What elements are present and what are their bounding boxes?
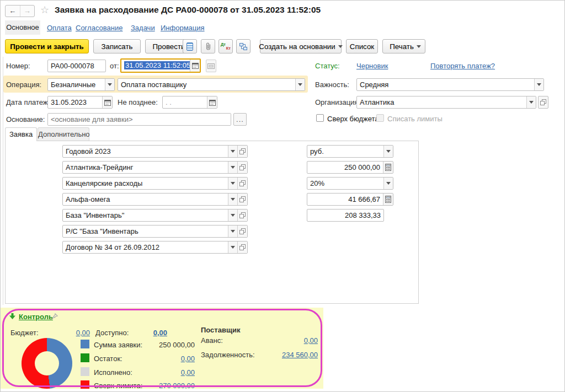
open-input-form-button[interactable] (206, 60, 216, 72)
currency-select[interactable]: руб. (307, 145, 393, 158)
over-budget-label: Сверх бюджета (327, 115, 379, 123)
dropdown-button[interactable] (228, 178, 237, 189)
calendar-button[interactable] (190, 60, 200, 72)
debt-value-link[interactable]: 234 560,00 (254, 351, 318, 359)
status-link[interactable]: Черновик (356, 62, 388, 70)
open-ref-button[interactable] (237, 162, 247, 173)
open-ref-button[interactable] (237, 194, 247, 205)
calculator-button[interactable] (383, 162, 393, 173)
accounting-entries-button[interactable]: Дт Кт (218, 39, 233, 53)
amount-without-vat-field[interactable]: 208 333,33 (307, 209, 384, 222)
dropdown-button[interactable] (383, 178, 393, 189)
scenario-select[interactable]: Годовой 2023 (62, 145, 248, 158)
open-ref-button[interactable] (237, 210, 247, 221)
dropdown-button[interactable] (383, 146, 393, 157)
project-select[interactable]: Альфа-омега (62, 193, 248, 206)
number-field[interactable]: РА00-000078 (47, 60, 106, 72)
repeat-payment-link[interactable]: Повторять платеж? (430, 62, 495, 70)
budget-value-link[interactable]: 0,00 (67, 329, 90, 337)
dropdown-button[interactable] (228, 194, 237, 205)
tab-additional[interactable]: Дополнительно (38, 127, 89, 141)
dropdown-button[interactable] (295, 79, 305, 90)
dropdown-button[interactable] (526, 96, 536, 108)
contract-select[interactable]: Договор № 34 от 26.09.2012 (62, 241, 248, 254)
reason-more-button[interactable]: ... (233, 113, 247, 126)
organization-select[interactable]: Атлантика (356, 96, 536, 109)
nav-item-payment[interactable]: Оплата (47, 24, 72, 32)
dropdown-button[interactable] (534, 79, 543, 90)
register-records-button[interactable] (183, 39, 197, 53)
open-link-icon (239, 228, 246, 234)
importance-select[interactable]: Средняя (356, 78, 544, 91)
dropdown-button[interactable] (105, 79, 114, 90)
open-ref-button[interactable] (237, 225, 247, 237)
document-structure-button[interactable] (236, 39, 250, 53)
date-field[interactable]: 31.05.2023 11:52:05 (120, 58, 201, 73)
list-button[interactable]: Список (346, 39, 378, 53)
open-ref-button[interactable] (237, 178, 247, 189)
dropdown-button[interactable] (228, 225, 237, 237)
control-link[interactable]: Контроль (19, 313, 53, 321)
legend-swatch-request-amount (81, 340, 89, 348)
cfo-select[interactable]: Атлантика-Трейдинг (62, 161, 248, 174)
open-link-icon (540, 99, 546, 105)
vat-rate-select[interactable]: 20% (307, 177, 393, 190)
turnover-item-select[interactable]: Канцелярские расходы (62, 177, 248, 190)
donut-hole (35, 351, 59, 375)
attachments-button[interactable] (201, 39, 215, 53)
chevron-down-icon (231, 214, 235, 217)
operation-type-select[interactable]: Безналичные (47, 78, 115, 91)
not-later-field[interactable]: . . (162, 96, 217, 109)
chevron-down-icon (537, 83, 541, 86)
legend-value-request-amount: 250 000,00 (127, 341, 195, 349)
write-off-limits-checkbox[interactable] (376, 114, 384, 122)
available-value-link[interactable]: 0,00 (138, 329, 167, 337)
nav-item-info[interactable]: Информация (161, 24, 205, 32)
open-ref-button[interactable] (237, 241, 247, 253)
back-button[interactable]: ← (6, 6, 20, 17)
tab-request[interactable]: Заявка (5, 127, 37, 141)
forward-button[interactable]: → (20, 6, 35, 17)
budget-label: Бюджет: (10, 329, 39, 337)
calculator-button[interactable] (383, 194, 393, 205)
payee-account-select[interactable]: Р/С "База "Инвентарь (62, 225, 248, 238)
amount-field[interactable]: 250 000,00 (307, 161, 393, 174)
payee-select[interactable]: База "Инвентарь" (62, 209, 248, 222)
chevron-down-icon (231, 166, 235, 169)
chevron-down-icon (231, 246, 235, 249)
legend-value-over-limit[interactable]: 270 000,00 (127, 382, 195, 389)
debt-label: Задолженность: (201, 351, 255, 359)
create-based-on-button[interactable]: Создать на основании (260, 39, 342, 53)
write-off-limits-label: Списать лимиты (387, 115, 443, 123)
reason-field[interactable] (47, 113, 231, 126)
print-button[interactable]: Печать (382, 39, 425, 53)
advance-value-link[interactable]: 0,00 (265, 336, 318, 345)
calendar-button[interactable] (102, 96, 112, 108)
legend-value-remainder[interactable]: 0,00 (127, 355, 195, 363)
operation-kind-select[interactable]: Оплата поставщику (118, 78, 305, 91)
open-ref-button[interactable] (237, 146, 247, 157)
nav-item-approval[interactable]: Согласование (76, 24, 122, 32)
nav-item-main[interactable]: Основное (5, 20, 40, 35)
paperclip-icon (205, 42, 212, 51)
save-button[interactable]: Записать (93, 39, 141, 53)
pin-icon[interactable] (51, 313, 58, 320)
dropdown-button[interactable] (228, 162, 237, 173)
nav-item-tasks[interactable]: Задачи (131, 24, 155, 32)
dropdown-button[interactable] (228, 210, 237, 221)
post-and-close-button[interactable]: Провести и закрыть (5, 39, 89, 53)
dropdown-button[interactable] (228, 241, 237, 253)
rectangle-icon (207, 63, 215, 69)
pay-date-field[interactable]: 31.05.2023 (47, 96, 113, 109)
calendar-button[interactable] (207, 96, 217, 108)
over-budget-checkbox[interactable] (316, 114, 324, 122)
open-organization-button[interactable] (538, 96, 548, 109)
chevron-down-icon (231, 182, 235, 185)
chevron-down-icon (386, 182, 391, 185)
legend-value-executed[interactable]: 0,00 (127, 368, 195, 377)
reason-input[interactable] (48, 114, 231, 125)
favorite-star-icon[interactable]: ☆ (40, 4, 49, 16)
pay-date-label: Дата платежа: (6, 98, 54, 106)
dropdown-button[interactable] (228, 146, 237, 157)
vat-field[interactable]: 41 666,67 (307, 193, 393, 206)
